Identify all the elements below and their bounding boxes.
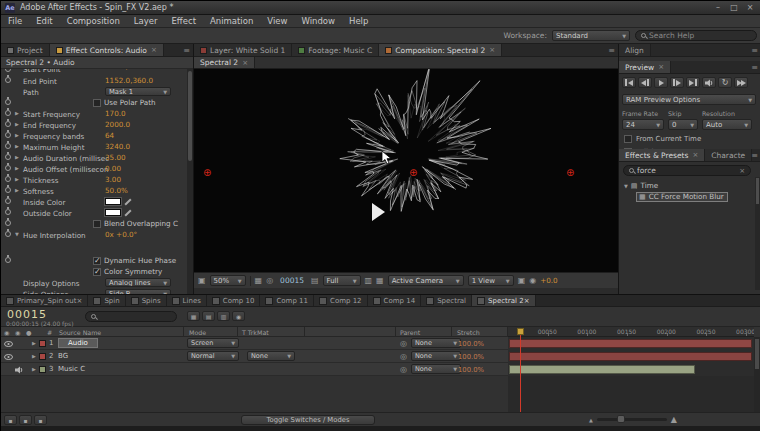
ram-preview-button[interactable] (734, 77, 748, 88)
twirl-icon[interactable]: ▶ (15, 143, 19, 149)
effect-property-row[interactable]: ▶Audio Duration (millisec35.00 (1, 152, 188, 163)
close-tab-icon[interactable]: × (489, 46, 495, 54)
composition-mini-flowchart-icon[interactable]: ▦ (187, 311, 200, 321)
twirl-icon[interactable]: ▶ (32, 366, 36, 372)
frame-blend-icon[interactable]: ▥ (217, 311, 230, 321)
parent-pickwhip-icon[interactable]: ◎ (400, 365, 407, 374)
timeline-zoom-control[interactable]: ▲ ▲ (589, 415, 677, 424)
panel-menu-icon[interactable]: ≡ (183, 46, 190, 55)
stopwatch-icon[interactable] (5, 99, 11, 105)
twirl-icon[interactable]: ▶ (15, 187, 19, 193)
stopwatch-icon[interactable] (5, 110, 11, 116)
viewer-timecode[interactable]: 00015 (277, 276, 307, 285)
effect-property-row[interactable]: ▶Audio Offset (millisecon0.00 (1, 163, 188, 174)
layer-color-chip[interactable] (39, 340, 46, 347)
tab-project[interactable]: Project (1, 44, 50, 56)
close-subtab-icon[interactable]: × (242, 59, 248, 67)
layer-color-chip[interactable] (39, 366, 46, 373)
audio-toggle[interactable] (15, 366, 24, 376)
effect-property-row[interactable]: ▼Hue Interpolation0x +0.0° (1, 229, 188, 240)
eyedropper-icon[interactable] (124, 209, 133, 217)
panel-menu-icon[interactable]: ≡ (751, 46, 758, 55)
effect-property-row[interactable]: Display OptionsAnalog lines▼ (1, 277, 188, 288)
clear-search-icon[interactable]: × (739, 167, 745, 175)
stopwatch-icon[interactable] (5, 121, 11, 127)
layer-name[interactable]: Audio (58, 338, 98, 348)
close-tab-icon[interactable]: × (658, 63, 664, 71)
property-value[interactable]: 50.0% (105, 186, 128, 195)
col-number[interactable]: # (47, 329, 52, 336)
menu-animation[interactable]: Animation (203, 15, 260, 27)
effect-property-row[interactable]: ▶Maximum Height3240.0 (1, 141, 188, 152)
comp-subtab[interactable]: Spectral 2 × (194, 57, 255, 68)
audio-toggle-button[interactable] (702, 77, 716, 88)
twirl-icon[interactable]: ▶ (32, 353, 36, 359)
stopwatch-icon[interactable] (5, 231, 11, 237)
zoom-slider-thumb[interactable] (617, 415, 625, 423)
menu-composition[interactable]: Composition (60, 15, 127, 27)
timeline-tab-spin[interactable]: Spin (88, 295, 125, 306)
menu-effect[interactable]: Effect (165, 15, 203, 27)
safe-zones-icon[interactable]: ▦ (255, 276, 263, 285)
expand-layer-switches-icon[interactable]: ▪ (4, 415, 17, 425)
effect-property-row[interactable]: Color Symmetry (1, 266, 188, 277)
close-tab-icon[interactable]: × (692, 151, 698, 159)
close-button[interactable]: × (743, 2, 757, 13)
stopwatch-icon[interactable] (5, 132, 11, 138)
exposure-value[interactable]: +0.0 (540, 276, 557, 285)
twirl-icon[interactable]: ▶ (15, 132, 19, 138)
maximize-button[interactable]: □ (727, 2, 741, 13)
layer-duration-bar[interactable] (509, 365, 695, 374)
view-layout-dropdown[interactable]: 1 View ▼ (468, 275, 514, 286)
current-time-indicator-line[interactable] (520, 328, 521, 412)
close-tab-icon[interactable]: × (151, 46, 157, 54)
twirl-icon[interactable]: ▼ (15, 231, 19, 237)
timeline-tab-comp-10[interactable]: Comp 10 (207, 295, 261, 306)
effect-property-row[interactable]: PathMask 1▼ (1, 86, 188, 97)
ram-preview-options-dropdown[interactable]: RAM Preview Options ▼ (622, 94, 756, 105)
property-value[interactable]: 2000.0 (105, 120, 130, 129)
parent-dropdown[interactable]: None▼ (411, 351, 461, 361)
property-value[interactable]: 360.0,360.0 (105, 69, 148, 71)
effect-property-row[interactable]: ▶Softness50.0% (1, 185, 188, 196)
layer-bars-area[interactable] (508, 337, 754, 376)
region-of-interest-icon[interactable]: ▥ (365, 276, 373, 285)
timeline-tab-comp-11[interactable]: Comp 11 (260, 295, 314, 306)
timeline-tab-spectral-2[interactable]: Spectral 2× (472, 295, 535, 306)
property-value[interactable]: 64 (105, 131, 114, 140)
property-checkbox[interactable] (93, 257, 101, 265)
close-tab-icon[interactable]: × (77, 297, 83, 305)
panel-menu-icon[interactable]: ≡ (751, 63, 758, 72)
property-checkbox[interactable] (93, 220, 101, 228)
effect-property-row[interactable]: ▶Frequency bands64 (1, 130, 188, 141)
timeline-tab-spectral[interactable]: Spectral (421, 295, 472, 306)
tab-align[interactable]: Align (619, 44, 651, 56)
color-swatch[interactable] (105, 209, 121, 216)
current-time-indicator-handle[interactable] (517, 328, 524, 335)
stretch-value[interactable]: 100.0% (458, 366, 484, 374)
previous-frame-button[interactable] (638, 77, 652, 88)
preview-resolution-dropdown[interactable]: Auto ▼ (702, 119, 752, 130)
effect-property-row[interactable]: Use Polar Path (1, 97, 188, 108)
next-frame-button[interactable] (670, 77, 684, 88)
always-preview-icon[interactable]: ▣ (198, 276, 206, 285)
effect-controls-scrollbar[interactable] (187, 69, 193, 294)
effect-property-row[interactable]: Outside Color (1, 207, 188, 218)
stopwatch-icon[interactable] (5, 143, 11, 149)
stopwatch-icon[interactable] (5, 154, 11, 160)
layer-duration-bar[interactable] (509, 339, 752, 348)
stopwatch-icon[interactable] (5, 165, 11, 171)
motion-blur-icon[interactable]: ◉ (232, 311, 245, 321)
motion-path-point-icon[interactable]: ⊕ (566, 168, 574, 178)
play-button[interactable] (654, 77, 668, 88)
first-frame-button[interactable] (622, 77, 636, 88)
property-dropdown[interactable]: Analog lines▼ (105, 278, 171, 287)
panel-menu-icon[interactable]: ≡ (751, 151, 758, 160)
menu-layer[interactable]: Layer (127, 15, 165, 27)
video-toggle[interactable] (4, 340, 13, 349)
effects-scrollbar[interactable] (755, 177, 760, 290)
tab-effect-controls[interactable]: Effect Controls: Audio × (50, 44, 164, 56)
stopwatch-icon[interactable] (5, 77, 11, 83)
menu-view[interactable]: View (260, 15, 294, 27)
motion-path-point-icon[interactable]: ⊕ (409, 168, 417, 178)
